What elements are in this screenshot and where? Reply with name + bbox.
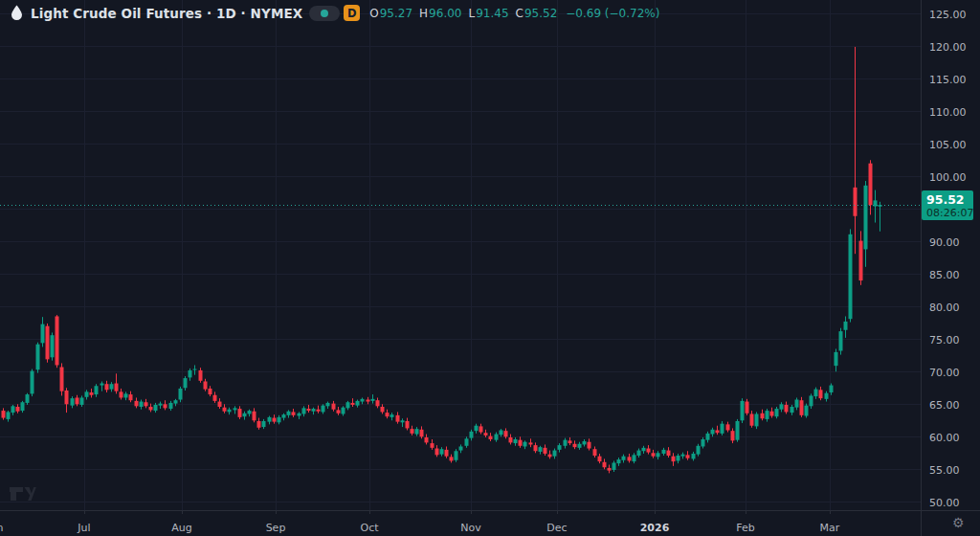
candle-body: [746, 402, 749, 413]
candle-body: [780, 404, 784, 409]
candle-body: [835, 352, 838, 366]
candle-body: [564, 440, 568, 446]
candle-body: [647, 449, 651, 453]
candle-body: [16, 407, 20, 412]
candle-body: [603, 462, 607, 467]
candle-body: [257, 421, 261, 428]
candle-body: [292, 412, 296, 414]
candle-body: [775, 409, 779, 416]
candle-body: [401, 420, 405, 422]
candle-body: [209, 389, 212, 394]
price-chart[interactable]: 125.00120.00115.00110.00105.00100.0095.0…: [0, 0, 980, 536]
candle-body: [46, 326, 50, 360]
candle-body: [287, 412, 291, 415]
candle-body: [135, 401, 139, 406]
price-tick-label: 75.00: [929, 334, 960, 346]
price-tick-label: 110.00: [929, 106, 967, 119]
candle-body: [726, 424, 730, 430]
candle-body: [731, 431, 735, 440]
candle-body: [184, 378, 188, 388]
candle-body: [548, 455, 552, 458]
candle-body: [681, 455, 685, 457]
candle-body: [435, 449, 439, 456]
market-status-dot: [321, 10, 328, 17]
candle-body: [686, 455, 690, 458]
candle-body: [282, 414, 286, 417]
candle-body: [100, 384, 104, 386]
candle-body: [11, 406, 15, 413]
time-tick-label: Oct: [360, 522, 379, 534]
chart-window: 125.00120.00115.00110.00105.00100.0095.0…: [0, 0, 980, 536]
candle-body: [85, 391, 89, 396]
candle-body: [80, 397, 84, 404]
candle-body: [761, 413, 765, 418]
time-tick-label: Feb: [736, 522, 754, 534]
candle-body: [193, 369, 197, 370]
market-status-pill[interactable]: [309, 6, 340, 21]
candle-body: [568, 440, 572, 443]
candle-body: [169, 403, 173, 409]
ohlc-open: O95.27: [369, 7, 412, 20]
interval-badge[interactable]: D: [344, 5, 360, 21]
candle-body: [617, 459, 621, 463]
candle-body: [573, 444, 577, 447]
candle-body: [588, 442, 591, 449]
candle-body: [76, 397, 79, 404]
candle-body: [869, 164, 873, 206]
candle-body: [367, 400, 370, 402]
candle-body: [475, 426, 479, 431]
candle-body: [312, 409, 316, 412]
candle-body: [56, 316, 59, 365]
candle-body: [825, 393, 829, 399]
candle-body: [598, 457, 602, 461]
candle-body: [149, 407, 153, 410]
candle-body: [390, 414, 394, 417]
candle-body: [298, 413, 301, 416]
candle-body: [800, 400, 804, 415]
candle-body: [523, 442, 527, 447]
candle-body: [509, 437, 513, 442]
candle-body: [628, 457, 632, 460]
candle-body: [273, 418, 277, 422]
candle-body: [755, 413, 759, 426]
candle-body: [805, 406, 809, 416]
candle-body: [529, 442, 533, 444]
axis-settings-gear-icon[interactable]: ⚙: [952, 515, 965, 530]
candle-body: [140, 402, 144, 407]
candle-body: [539, 447, 543, 452]
symbol-title[interactable]: Light Crude Oil Futures · 1D · NYMEX: [31, 6, 302, 21]
candle-body: [593, 449, 597, 456]
candle-body: [346, 402, 350, 408]
candle-body: [810, 395, 813, 406]
candle-body: [672, 457, 676, 461]
time-tick-label: Mar: [820, 522, 840, 534]
candle-body: [322, 406, 325, 413]
candle-body: [844, 322, 848, 330]
candle-body: [120, 391, 123, 397]
candle-body: [115, 384, 119, 391]
candle-body: [396, 415, 400, 422]
candle-body: [622, 457, 626, 460]
candle-body: [213, 395, 217, 401]
tradingview-logo[interactable]: [8, 482, 36, 509]
candle-body: [795, 400, 799, 408]
price-tick-label: 100.00: [929, 171, 967, 184]
candle-body: [854, 188, 858, 216]
candle-body: [124, 393, 128, 397]
time-tick-label: Jul: [77, 522, 90, 534]
price-tick-label: 50.00: [929, 497, 960, 509]
candle-body: [218, 402, 222, 407]
price-tick-label: 60.00: [929, 432, 960, 444]
bar-countdown: 08:26:07: [926, 207, 973, 219]
candle-body: [199, 370, 203, 381]
candle-body: [262, 421, 266, 427]
candle-body: [489, 436, 493, 439]
candle-body: [90, 392, 94, 395]
candle-body: [31, 371, 34, 394]
candle-body: [302, 408, 306, 413]
candle-body: [243, 413, 247, 416]
candle-body: [677, 456, 680, 460]
candle-body: [504, 431, 508, 436]
candle-body: [406, 421, 410, 428]
candle-body: [455, 451, 458, 460]
